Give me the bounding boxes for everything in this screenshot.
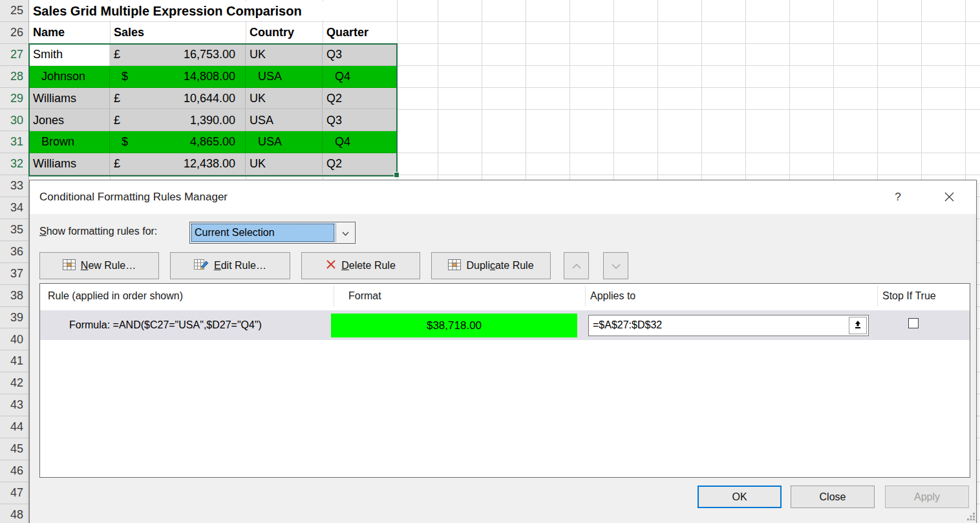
row-header-48[interactable]: 48 [0,504,28,523]
duplicate-rule-button[interactable]: Duplicate Rule [431,252,551,279]
cell-B26-header[interactable]: Sales [110,22,246,44]
chevron-up-icon [572,260,581,272]
cell-A30[interactable]: Jones [29,110,110,132]
column-header-stop-if-true: Stop If True [882,284,936,308]
cell-C29[interactable]: UK [246,88,323,110]
dialog-titlebar[interactable]: Conditional Formatting Rules Manager ? [30,180,976,214]
rules-list: Rule (applied in order shown) Format App… [39,283,970,478]
cell-B30[interactable]: £1,390.00 [110,110,246,132]
show-rules-selected-value: Current Selection [191,223,335,242]
edit-rule-button[interactable]: Edit Rule… [170,252,290,279]
row-header-43[interactable]: 43 [0,394,28,416]
dropdown-button[interactable] [336,223,354,242]
chevron-down-icon [342,227,349,239]
resize-grip[interactable] [967,513,969,515]
row-header-31[interactable]: 31 [0,131,28,153]
row-header-26[interactable]: 26 [0,22,28,44]
cell-C28[interactable]: USA [246,66,323,88]
row-header-27[interactable]: 27 [0,44,28,66]
dialog-title: Conditional Formatting Rules Manager [39,180,228,214]
amount-value: 10,644.00 [184,88,235,109]
currency-symbol: £ [114,88,120,109]
fill-handle[interactable] [394,172,399,178]
cell-D30[interactable]: Q3 [323,110,397,132]
close-dialog-button[interactable]: Close [791,486,875,508]
applies-to-value[interactable]: =$A$27:$D$32 [589,315,847,336]
cell-C27[interactable]: UK [246,44,323,66]
rule-row[interactable]: Formula: =AND($C27="USA",$D27="Q4") $38,… [40,310,970,340]
cell-D26-header[interactable]: Quarter [323,22,397,44]
row-header-36[interactable]: 36 [0,241,28,263]
row-header-34[interactable]: 34 [0,197,28,219]
cell-B31[interactable]: $4,865.00 [110,131,246,153]
show-rules-dropdown[interactable]: Current Selection [189,222,356,244]
row-header-45[interactable]: 45 [0,438,28,460]
sheet-row-31: Brown$4,865.00USAQ4 [29,131,397,153]
applies-to-field[interactable]: =$A$27:$D$32 [588,315,869,336]
show-rules-label: Show formatting rules for: [39,223,157,240]
amount-value: 14,808.00 [184,66,235,87]
ok-button[interactable]: OK [698,486,782,508]
close-button[interactable] [940,191,958,205]
cell-D32[interactable]: Q2 [323,153,397,175]
delete-rule-button[interactable]: Delete Rule [301,252,420,279]
row-header-37[interactable]: 37 [0,263,28,285]
show-rules-rest: how formatting rules for: [47,226,158,237]
row-header-42[interactable]: 42 [0,372,28,394]
new-rule-button[interactable]: New Rule… [39,252,159,279]
cell-B29[interactable]: £10,644.00 [110,88,246,110]
range-select-arrow-icon [854,320,862,332]
cell-B27[interactable]: £16,753.00 [110,44,246,66]
row-header-35[interactable]: 35 [0,219,28,241]
sheet-row-28: Johnson$14,808.00USAQ4 [29,66,397,88]
collapse-dialog-button[interactable] [849,317,867,334]
row-header-41[interactable]: 41 [0,350,28,372]
row-header-47[interactable]: 47 [0,482,28,504]
row-header-33[interactable]: 33 [0,175,28,197]
row-header-38[interactable]: 38 [0,285,28,307]
column-separator [334,286,334,306]
cell-D27[interactable]: Q3 [323,44,397,66]
row-header-46[interactable]: 46 [0,460,28,482]
row-header-40[interactable]: 40 [0,329,28,351]
cell-A29[interactable]: Williams [29,88,110,110]
column-header-applies-to: Applies to [590,284,635,308]
rule-format-preview: $38,718.00 [331,314,577,337]
currency-symbol: £ [114,44,120,65]
move-rule-up-button[interactable] [564,252,589,279]
cell-A27[interactable]: Smith [29,44,110,66]
cell-C32[interactable]: UK [246,153,323,175]
cell-A28[interactable]: Johnson [29,66,110,88]
row-header-32[interactable]: 32 [0,153,28,175]
row-header-25[interactable]: 25 [0,0,28,22]
help-button[interactable]: ? [891,190,905,204]
row-header-39[interactable]: 39 [0,307,28,329]
sheet-row-27: Smith£16,753.00UKQ3 [29,44,397,66]
cell-D29[interactable]: Q2 [323,88,397,110]
stop-if-true-checkbox[interactable] [908,318,919,328]
row-header-30[interactable]: 30 [0,110,28,132]
column-separator [877,286,878,306]
cell-B28[interactable]: $14,808.00 [110,66,246,88]
cell-A31[interactable]: Brown [29,131,110,153]
currency-symbol: $ [114,131,128,153]
move-rule-down-button[interactable] [603,252,628,279]
cell-B32[interactable]: £12,438.00 [110,153,246,175]
chevron-down-icon [612,260,621,272]
cell-A26-header[interactable]: Name [29,22,110,44]
amount-value: 4,865.00 [190,131,235,153]
rule-formula-text: Formula: =AND($C27="USA",$D27="Q4") [69,310,262,340]
row-header-44[interactable]: 44 [0,416,28,438]
cell-A32[interactable]: Williams [29,153,110,175]
cell-C31[interactable]: USA [246,131,323,153]
sheet-row-29: Williams£10,644.00UKQ2 [29,88,397,110]
cell-D31[interactable]: Q4 [323,131,397,153]
row-header-28[interactable]: 28 [0,66,28,88]
cell-D28[interactable]: Q4 [323,66,397,88]
cell-C26-header[interactable]: Country [246,22,323,44]
row-header-29[interactable]: 29 [0,88,28,110]
cell-C30[interactable]: USA [246,110,323,132]
apply-button[interactable]: Apply [885,486,969,508]
cell-A25-title[interactable]: Sales Grid Multiple Expression Compariso… [30,1,395,21]
excel-workbook: 2526272829303132333435363738394041424344… [0,0,980,523]
